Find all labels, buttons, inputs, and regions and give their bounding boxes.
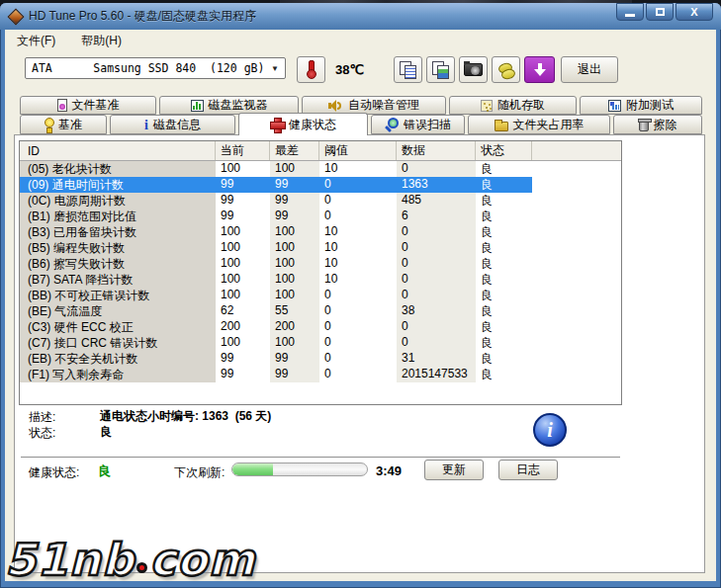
exit-button[interactable]: 退出	[561, 56, 618, 83]
smart-table: ID 当前 最差 阈值 数据 状态 (05) 老化块计数 100 100	[19, 140, 622, 405]
attr-data-cell: 0	[397, 224, 476, 240]
attr-worst-cell: 99	[270, 177, 319, 193]
table-row[interactable]: (0C) 电源周期计数 99 99 0 485 良	[20, 193, 621, 209]
table-row[interactable]: (B3) 已用备留块计数 100 100 10 0 良	[20, 224, 621, 240]
table-row[interactable]: (BB) 不可校正错误计数 100 100 0 0 良	[20, 288, 621, 303]
attr-worst-cell: 200	[270, 319, 319, 335]
column-header-current[interactable]: 当前	[216, 141, 270, 160]
minimize-icon	[625, 14, 635, 17]
table-row[interactable]: (BE) 气流温度 62 55 0 38 良	[20, 303, 621, 319]
attr-threshold-cell: 0	[319, 319, 397, 335]
download-button[interactable]	[524, 56, 555, 83]
tab-error-scan[interactable]: 错误扫描	[371, 115, 465, 134]
copy-image-button[interactable]	[426, 56, 455, 83]
table-row[interactable]: (05) 老化块计数 100 100 10 0 良	[20, 161, 621, 177]
tab-benchmark[interactable]: 基准	[20, 115, 107, 134]
tab-erase[interactable]: 擦除	[613, 115, 702, 134]
attr-threshold-cell: 0	[319, 209, 397, 224]
table-row[interactable]: (09) 通电时间计数 99 99 0 1363 良	[20, 177, 532, 193]
column-header-worst[interactable]: 最差	[270, 141, 319, 160]
column-header-status[interactable]: 状态	[476, 141, 532, 160]
table-row[interactable]: (B5) 编程失败计数 100 100 10 0 良	[20, 240, 621, 256]
app-window: HD Tune Pro 5.60 - 硬盘/固态硬盘实用程序 X 文件(F) 帮…	[0, 3, 721, 588]
temperature-button[interactable]	[297, 56, 325, 83]
attr-worst-cell: 100	[270, 335, 319, 351]
attr-data-cell: 485	[397, 193, 476, 209]
maximize-icon	[656, 8, 665, 16]
column-header-data[interactable]: 数据	[397, 141, 476, 160]
attr-current-cell: 100	[216, 240, 270, 256]
folder-icon	[495, 122, 508, 131]
menu-file[interactable]: 文件(F)	[17, 33, 55, 49]
attr-current-cell: 100	[216, 335, 270, 351]
column-header-id[interactable]: ID	[20, 141, 216, 160]
watermark-dot-icon	[136, 562, 147, 573]
column-header-threshold[interactable]: 阈值	[319, 141, 397, 160]
tab-disk-info[interactable]: i 磁盘信息	[110, 115, 235, 134]
client-area: 文件(F) 帮助(H) ATA Samsung SSD 840 (120 gB)…	[5, 30, 716, 581]
attr-current-cell: 200	[216, 319, 270, 335]
table-row[interactable]: (C7) 接口 CRC 错误计数 100 100 0 0 良	[20, 335, 621, 351]
attr-data-cell: 0	[397, 240, 476, 256]
table-row[interactable]: (B1) 磨损范围对比值 99 99 0 6 良	[20, 209, 621, 224]
close-button[interactable]: X	[676, 3, 713, 21]
tab-file-benchmark[interactable]: 文件基准	[20, 96, 156, 115]
tab-folder-usage[interactable]: 文件夹占用率	[468, 115, 610, 134]
attr-current-cell: 99	[216, 177, 270, 193]
attr-data-cell: 38	[397, 303, 476, 319]
refresh-progress-fill	[232, 463, 273, 475]
attr-current-cell: 99	[216, 193, 270, 209]
chevron-down-icon: ▼	[271, 64, 279, 73]
attr-status-cell: 良	[476, 303, 532, 319]
titlebar[interactable]: HD Tune Pro 5.60 - 硬盘/固态硬盘实用程序 X	[0, 3, 721, 30]
attr-status-cell: 良	[476, 209, 532, 224]
table-row[interactable]: (F1) 写入剩余寿命 99 99 0 2015147533 良	[20, 367, 621, 382]
watermark-51nb: 51nbcom	[5, 534, 255, 586]
attr-id-cell: (BE) 气流温度	[20, 303, 216, 319]
attr-data-cell: 0	[397, 288, 476, 303]
attr-current-cell: 100	[216, 224, 270, 240]
red-cross-icon	[270, 118, 284, 131]
attr-id-cell: (B6) 擦写失败计数	[20, 256, 216, 272]
attr-status-cell: 良	[476, 319, 532, 335]
maximize-button[interactable]	[646, 3, 674, 21]
attr-worst-cell: 100	[270, 256, 319, 272]
attr-data-cell: 2015147533	[397, 367, 476, 382]
table-row[interactable]: (B6) 擦写失败计数 100 100 10 0 良	[20, 256, 621, 272]
minimize-button[interactable]	[616, 3, 644, 21]
attr-id-cell: (B3) 已用备留块计数	[20, 224, 216, 240]
copy-text-button[interactable]	[394, 56, 422, 83]
attr-status-cell: 良	[476, 161, 532, 177]
description-value: 通电状态小时编号: 1363 (56 天)	[100, 408, 271, 425]
hdtune-app-icon	[8, 9, 23, 24]
tab-random-access[interactable]: 随机存取	[449, 96, 577, 115]
attr-status-cell: 良	[476, 193, 532, 209]
attr-worst-cell: 99	[270, 209, 319, 224]
screenshot-button[interactable]	[459, 56, 488, 83]
save-button[interactable]	[492, 56, 520, 83]
info-icon: i	[547, 419, 553, 442]
attr-threshold-cell: 0	[319, 288, 397, 303]
attr-worst-cell: 100	[270, 288, 319, 303]
attr-id-cell: (05) 老化块计数	[20, 161, 216, 177]
table-body: (05) 老化块计数 100 100 10 0 良 (09) 通电时间计数 99…	[20, 161, 621, 382]
attr-status-cell: 良	[476, 335, 532, 351]
window-title: HD Tune Pro 5.60 - 硬盘/固态硬盘实用程序	[29, 8, 256, 25]
attr-current-cell: 100	[216, 272, 270, 288]
tab-extra-tests[interactable]: 附加测试	[580, 96, 702, 115]
refresh-countdown: 3:49	[376, 463, 402, 478]
attr-current-cell: 100	[216, 288, 270, 303]
update-button[interactable]: 更新	[424, 460, 484, 480]
info-button[interactable]: i	[533, 413, 567, 447]
divider	[21, 457, 620, 458]
attr-current-cell: 99	[216, 209, 270, 224]
table-row[interactable]: (B7) SATA 降挡计数 100 100 10 0 良	[20, 272, 621, 288]
log-button[interactable]: 日志	[498, 460, 558, 480]
table-row[interactable]: (C3) 硬件 ECC 校正 200 200 0 0 良	[20, 319, 621, 335]
attr-worst-cell: 55	[270, 303, 319, 319]
attr-status-cell: 良	[476, 288, 532, 303]
tab-health[interactable]: 健康状态	[238, 113, 368, 135]
menu-help[interactable]: 帮助(H)	[81, 33, 122, 49]
table-row[interactable]: (EB) 不安全关机计数 99 99 0 31 良	[20, 351, 621, 367]
device-select[interactable]: ATA Samsung SSD 840 (120 gB) ▼	[25, 57, 286, 79]
